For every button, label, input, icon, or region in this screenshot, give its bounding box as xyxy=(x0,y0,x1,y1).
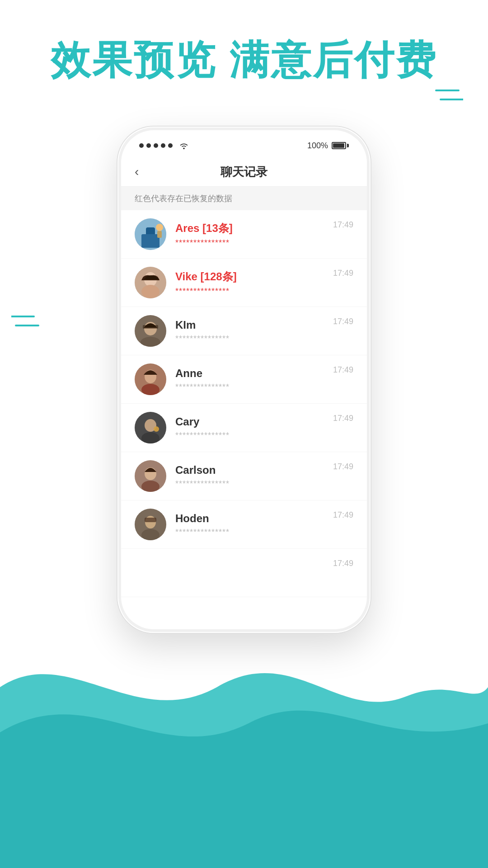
status-right: 100% xyxy=(307,141,349,151)
chat-name-cary: Cary xyxy=(175,415,324,428)
signal-dot-5 xyxy=(168,143,173,148)
deco-lines-left xyxy=(11,307,47,341)
phone-mockup: 100% ‹ 聊天记录 红色代表存在已恢复的数据 xyxy=(117,127,371,633)
deco-lines-right xyxy=(422,86,463,128)
chat-info-klm: KIm *************** xyxy=(175,319,324,344)
signal-dot-3 xyxy=(154,143,158,148)
svg-point-28 xyxy=(141,529,160,540)
signal-dots xyxy=(139,143,173,148)
chat-list: Ares [13条] *************** 17:49 xyxy=(121,210,367,597)
chat-name-hoden: Hoden xyxy=(175,512,324,525)
chat-preview-klm: *************** xyxy=(175,334,324,344)
svg-point-21 xyxy=(141,432,160,443)
chat-item-klm[interactable]: KIm *************** 17:49 xyxy=(121,307,367,355)
chat-info-vike: Vike [128条] *************** xyxy=(175,269,324,296)
chat-time-cary: 17:49 xyxy=(333,412,353,423)
wifi-icon xyxy=(179,142,189,149)
chat-info-unknown xyxy=(175,571,324,574)
phone-shell: 100% ‹ 聊天记录 红色代表存在已恢复的数据 xyxy=(117,127,371,633)
avatar-carlson xyxy=(135,460,166,492)
chat-preview-hoden: *************** xyxy=(175,528,324,537)
chat-item-carlson[interactable]: Carlson *************** 17:49 xyxy=(121,452,367,500)
nav-title: 聊天记录 xyxy=(221,164,267,180)
chat-preview-cary: *************** xyxy=(175,431,324,440)
chat-item-anne[interactable]: Anne *************** 17:49 xyxy=(121,355,367,404)
avatar-hoden xyxy=(135,509,166,540)
chat-preview-anne: *************** xyxy=(175,382,324,392)
svg-rect-15 xyxy=(143,325,158,329)
chat-time-vike: 17:49 xyxy=(333,267,353,278)
signal-dot-4 xyxy=(161,143,165,148)
svg-point-22 xyxy=(154,426,159,432)
chat-info-hoden: Hoden *************** xyxy=(175,512,324,537)
battery-tip xyxy=(347,144,349,147)
chat-info-carlson: Carlson *************** xyxy=(175,464,324,489)
chat-name-carlson: Carlson xyxy=(175,464,324,476)
chat-info-cary: Cary *************** xyxy=(175,415,324,440)
battery-percentage: 100% xyxy=(307,141,328,151)
chat-name-vike: Vike [128条] xyxy=(175,269,324,284)
svg-point-18 xyxy=(141,384,160,395)
signal-dot-1 xyxy=(139,143,144,148)
svg-rect-6 xyxy=(141,234,160,248)
avatar-vike xyxy=(135,267,166,298)
svg-rect-8 xyxy=(157,231,162,238)
hero-title: 效果预览 满意后付费 xyxy=(0,36,488,84)
chat-preview-ares: *************** xyxy=(175,238,324,248)
battery-body xyxy=(332,142,346,149)
chat-preview-carlson: *************** xyxy=(175,479,324,489)
chat-info-anne: Anne *************** xyxy=(175,367,324,392)
chat-preview-vike: *************** xyxy=(175,287,324,296)
phone-screen: 100% ‹ 聊天记录 红色代表存在已恢复的数据 xyxy=(121,130,367,629)
chat-name-ares: Ares [13条] xyxy=(175,221,324,236)
battery-icon xyxy=(332,142,349,149)
chat-item-hoden[interactable]: Hoden *************** 17:49 xyxy=(121,500,367,549)
signal-dot-2 xyxy=(146,143,151,148)
chat-time-unknown: 17:49 xyxy=(333,557,353,568)
svg-point-11 xyxy=(141,285,160,298)
avatar-anne xyxy=(135,363,166,395)
svg-rect-29 xyxy=(145,518,156,522)
chat-time-carlson: 17:49 xyxy=(333,460,353,472)
avatar-placeholder xyxy=(135,557,166,589)
chat-name-klm: KIm xyxy=(175,319,324,331)
chat-info-ares: Ares [13条] *************** xyxy=(175,221,324,248)
notice-bar: 红色代表存在已恢复的数据 xyxy=(121,187,367,210)
avatar-cary xyxy=(135,412,166,443)
chat-item-ares[interactable]: Ares [13条] *************** 17:49 xyxy=(121,210,367,259)
chat-item-vike[interactable]: Vike [128条] *************** 17:49 xyxy=(121,259,367,307)
chat-time-hoden: 17:49 xyxy=(333,509,353,520)
svg-point-25 xyxy=(141,481,160,492)
wave-background xyxy=(0,597,488,868)
chat-time-klm: 17:49 xyxy=(333,315,353,326)
status-bar: 100% xyxy=(121,130,367,157)
svg-point-7 xyxy=(156,224,163,231)
nav-bar: ‹ 聊天记录 xyxy=(121,157,367,187)
avatar-ares xyxy=(135,218,166,250)
battery-fill xyxy=(333,143,344,148)
chat-item-cary[interactable]: Cary *************** 17:49 xyxy=(121,404,367,452)
avatar-klm xyxy=(135,315,166,347)
chat-time-anne: 17:49 xyxy=(333,363,353,375)
chat-item-unknown[interactable]: 17:49 xyxy=(121,549,367,597)
back-button[interactable]: ‹ xyxy=(135,165,139,179)
chat-time-ares: 17:49 xyxy=(333,218,353,230)
chat-name-anne: Anne xyxy=(175,367,324,380)
